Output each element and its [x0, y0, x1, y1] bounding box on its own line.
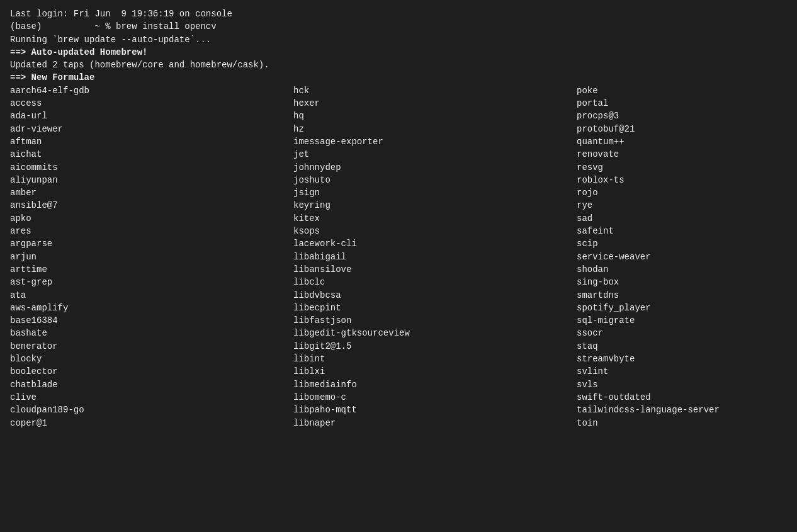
list-item: kitex [293, 212, 577, 225]
list-item: libansilove [293, 263, 577, 276]
list-item: svls [577, 378, 787, 391]
list-item: spotify_player [577, 302, 787, 314]
list-item: libgedit-gtksourceview [293, 327, 577, 339]
list-item: access [10, 97, 293, 110]
list-item: ansible@7 [10, 199, 293, 212]
line-prompt: (base) ~ % brew install opencv [10, 20, 787, 33]
list-item: rye [577, 199, 787, 212]
list-item: libmediainfo [293, 378, 577, 391]
list-item: coper@1 [10, 417, 293, 429]
list-item: apko [10, 212, 293, 225]
list-item: aftman [10, 135, 293, 148]
list-item: protobuf@21 [577, 123, 787, 135]
list-item: aicommits [10, 161, 293, 174]
list-item: renovate [577, 148, 787, 161]
list-item: base16384 [10, 314, 293, 327]
list-item: ksops [293, 225, 577, 237]
list-item: hq [293, 110, 577, 122]
list-item: chatblade [10, 378, 293, 391]
list-item: poke [577, 84, 787, 97]
list-item: amber [10, 186, 293, 199]
list-item: shodan [577, 263, 787, 276]
list-item: liblxi [293, 365, 577, 378]
formulae-columns: aarch64-elf-gdbhckpokeaccesshexerportala… [10, 84, 787, 429]
list-item: aarch64-elf-gdb [10, 84, 293, 97]
list-item: aws-amplify [10, 302, 293, 314]
list-item: bashate [10, 327, 293, 339]
list-item: boolector [10, 365, 293, 378]
list-item: aliyunpan [10, 174, 293, 186]
list-item: libecpint [293, 302, 577, 314]
list-item: libgit2@1.5 [293, 340, 577, 353]
list-item: ares [10, 225, 293, 237]
list-item: hexer [293, 97, 577, 110]
list-item: cloudpan189-go [10, 404, 293, 416]
list-item: lacework-cli [293, 237, 577, 250]
list-item: ada-url [10, 110, 293, 122]
list-item: arttime [10, 263, 293, 276]
list-item: arjun [10, 251, 293, 263]
list-item: scip [577, 237, 787, 250]
line-autoupdated: ==> Auto-updated Homebrew! [10, 46, 787, 59]
list-item: streamvbyte [577, 353, 787, 365]
list-item: quantum++ [577, 135, 787, 148]
list-item: hck [293, 84, 577, 97]
list-item: libfastjson [293, 314, 577, 327]
line-new-formulae: ==> New Formulae [10, 71, 787, 84]
line-updated-taps: Updated 2 taps (homebrew/core and homebr… [10, 59, 787, 71]
list-item: smartdns [577, 289, 787, 302]
list-item: rojo [577, 186, 787, 199]
list-item: ata [10, 289, 293, 302]
list-item: blocky [10, 353, 293, 365]
list-item: adr-viewer [10, 123, 293, 135]
list-item: service-weaver [577, 251, 787, 263]
list-item: argparse [10, 237, 293, 250]
list-item: joshuto [293, 174, 577, 186]
list-item: sad [577, 212, 787, 225]
list-item: swift-outdated [577, 391, 787, 404]
list-item: portal [577, 97, 787, 110]
list-item: hz [293, 123, 577, 135]
list-item: toin [577, 417, 787, 429]
list-item: libomemo-c [293, 391, 577, 404]
line-login: Last login: Fri Jun 9 19:36:19 on consol… [10, 8, 787, 20]
list-item: safeint [577, 225, 787, 237]
list-item: libclc [293, 276, 577, 288]
line-running: Running `brew update --auto-update`... [10, 33, 787, 46]
list-item: procps@3 [577, 110, 787, 122]
list-item: roblox-ts [577, 174, 787, 186]
list-item: libint [293, 353, 577, 365]
list-item: clive [10, 391, 293, 404]
list-item: imessage-exporter [293, 135, 577, 148]
list-item: jet [293, 148, 577, 161]
list-item: aichat [10, 148, 293, 161]
list-item: ast-grep [10, 276, 293, 288]
list-item: jsign [293, 186, 577, 199]
list-item: johnnydep [293, 161, 577, 174]
list-item: tailwindcss-language-server [577, 404, 787, 416]
list-item: svlint [577, 365, 787, 378]
list-item: keyring [293, 199, 577, 212]
list-item: libdvbcsa [293, 289, 577, 302]
list-item: resvg [577, 161, 787, 174]
list-item: sing-box [577, 276, 787, 288]
list-item: libpaho-mqtt [293, 404, 577, 416]
list-item: libnaper [293, 417, 577, 429]
list-item: staq [577, 340, 787, 353]
list-item: libabigail [293, 251, 577, 263]
list-item: benerator [10, 340, 293, 353]
list-item: sql-migrate [577, 314, 787, 327]
list-item: ssocr [577, 327, 787, 339]
